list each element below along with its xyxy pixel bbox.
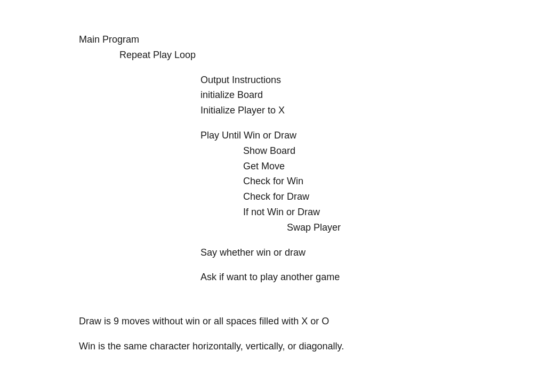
text-line: Draw is 9 moves without win or all space…	[79, 314, 546, 329]
text-line: Play Until Win or Draw	[79, 128, 546, 143]
spacer	[79, 304, 546, 314]
text-line: Main Program	[79, 32, 546, 47]
text-line: If not Win or Draw	[79, 205, 546, 220]
text-line: Show Board	[79, 143, 546, 159]
text-line: Repeat Play Loop	[79, 47, 546, 63]
text-line: Initialize Player to X	[79, 103, 546, 118]
spacer	[79, 295, 546, 304]
text-line: Get Move	[79, 159, 546, 174]
text-line: Ask if want to play another game	[79, 270, 546, 285]
text-line: initialize Board	[79, 87, 546, 103]
spacer	[79, 63, 546, 72]
text-line: Say whether win or draw	[79, 245, 546, 260]
main-content: Main ProgramRepeat Play LoopOutput Instr…	[0, 32, 546, 354]
spacer	[79, 285, 546, 295]
text-line: Win is the same character horizontally, …	[79, 339, 546, 354]
text-line: Output Instructions	[79, 72, 546, 88]
text-line: Swap Player	[79, 220, 546, 235]
text-line: Check for Draw	[79, 189, 546, 205]
spacer	[79, 260, 546, 270]
spacer	[79, 329, 546, 339]
spacer	[79, 235, 546, 245]
spacer	[79, 118, 546, 128]
text-line: Check for Win	[79, 174, 546, 189]
